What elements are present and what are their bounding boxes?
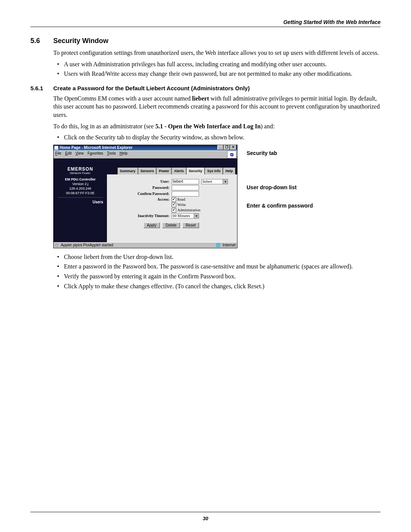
post-bullet-1: Choose liebert from the User drop-down l… [64,253,381,261]
section-heading: 5.6 Security Window [30,37,381,45]
security-form: User: liebert Password: Confirm Password… [107,174,237,242]
tab-summary[interactable]: Summary [117,167,138,174]
sub-paragraph-2: To do this, log in as an administrator (… [53,122,381,131]
sidebar-line-ip: 126.4.203.246 [54,187,107,190]
intro-paragraph: To protect configuration settings from u… [53,49,381,57]
ie-title-text: Home Page - Microsoft Internet Explorer [60,145,132,150]
sidebar-line-controller: EM PDU Controller [54,177,107,181]
delete-button[interactable]: Delete [162,222,180,228]
menu-file[interactable]: File [55,151,61,155]
sub-paragraph-1: The OpenComms EM comes with a user accou… [53,94,381,119]
apply-button[interactable]: Apply [143,222,160,228]
post-bullet-2: Enter a password in the Password box. Th… [64,262,381,271]
user-dropdown[interactable]: liebert [201,179,228,184]
tab-sensors[interactable]: Sensors [138,167,157,174]
sidebar-line-mac: 00:08:67:FF:F2:0E [54,191,107,195]
ie-menu-bar: File Edit View Favorites Tools Help [54,150,237,156]
footer-rule [30,512,381,512]
close-button[interactable]: ✕ [230,145,236,150]
reset-button[interactable]: Reset [182,222,199,228]
status-applet-icon: ◌ [55,243,59,247]
maximize-button[interactable]: ❐ [224,145,230,150]
sidebar-item-users[interactable]: Users [54,200,107,204]
ie-title-bar: Home Page - Microsoft Internet Explorer … [54,145,237,150]
minimize-button[interactable]: _ [217,145,223,150]
menu-favorites[interactable]: Favorites [88,151,103,155]
confirm-password-input[interactable] [172,191,199,197]
intro-bullet-1: A user with Administration privileges ha… [64,60,381,69]
annotation-security-tab: Security tab [247,150,277,156]
page-number: 30 [0,516,411,521]
annotation-user-dropdown: User drop-down list [247,184,296,190]
subsection-title: Create a Password for the Default Lieber… [53,85,250,91]
ie-status-bar: ◌ Applet ptplot.PlotApplet started 🌐 Int… [54,242,237,248]
sidebar: EM PDU Controller Version 2.j 126.4.203.… [54,174,107,242]
section-number: 5.6 [30,37,53,45]
internet-zone-icon: 🌐 [216,243,220,247]
access-admin-checkbox[interactable]: ✔Administration [172,208,201,212]
brand-logo: EMERSON Network Power [54,166,107,174]
tab-alerts[interactable]: Alerts [171,167,186,174]
post-bullet-3: Verify the password by entering it again… [64,272,381,281]
post-figure-bullet-list: Choose liebert from the User drop-down l… [53,253,381,290]
menu-help[interactable]: Help [119,151,127,155]
tab-power[interactable]: Power [156,167,172,174]
subsection-heading: 5.6.1 Create a Password for the Default … [30,85,381,91]
timeout-label: Inactivity Timeout: [108,214,172,218]
sidebar-line-version: Version 2.j [54,182,107,186]
annotation-enter-confirm: Enter & confirm password [247,203,313,209]
ie-window: Home Page - Microsoft Internet Explorer … [53,145,237,248]
access-write-checkbox[interactable]: ✔Write [172,203,186,207]
section-title: Security Window [53,37,108,45]
menu-tools[interactable]: Tools [107,151,116,155]
tab-bar: Summary Sensors Power Alerts Security Sy… [118,167,237,174]
user-label: User: [108,179,172,184]
menu-view[interactable]: View [75,151,84,155]
menu-edit[interactable]: Edit [65,151,72,155]
subsection-number: 5.6.1 [30,85,53,91]
confirm-password-label: Confirm Password: [108,192,172,196]
pre-figure-bullet-list: Click on the Security tab to display the… [53,133,381,142]
password-input[interactable] [172,185,199,190]
intro-bullet-list: A user with Administration privileges ha… [53,60,381,78]
timeout-dropdown[interactable]: 60 Minutes [172,213,199,219]
running-head: Getting Started With the Web Interface [30,19,381,27]
status-right-text: Internet [223,243,236,247]
figure-security-window: Home Page - Microsoft Internet Explorer … [53,145,381,248]
password-label: Password: [108,185,172,190]
ie-icon [54,146,58,150]
ie-throbber-icon: ⧉ [227,151,236,158]
pre-figure-bullet: Click on the Security tab to display the… [64,133,381,142]
tab-security[interactable]: Security [186,167,205,174]
access-label: Access: [108,197,172,201]
tab-sysinfo[interactable]: Sys Info [204,167,223,174]
intro-bullet-2: Users with Read/Write access may change … [64,70,381,78]
post-bullet-4: Click Apply to make these changes effect… [64,282,381,291]
tab-help[interactable]: Help [223,167,236,174]
status-left-text: Applet ptplot.PlotApplet started [61,243,113,247]
user-input[interactable] [172,179,199,184]
access-read-checkbox[interactable]: ✔Read [172,197,185,202]
